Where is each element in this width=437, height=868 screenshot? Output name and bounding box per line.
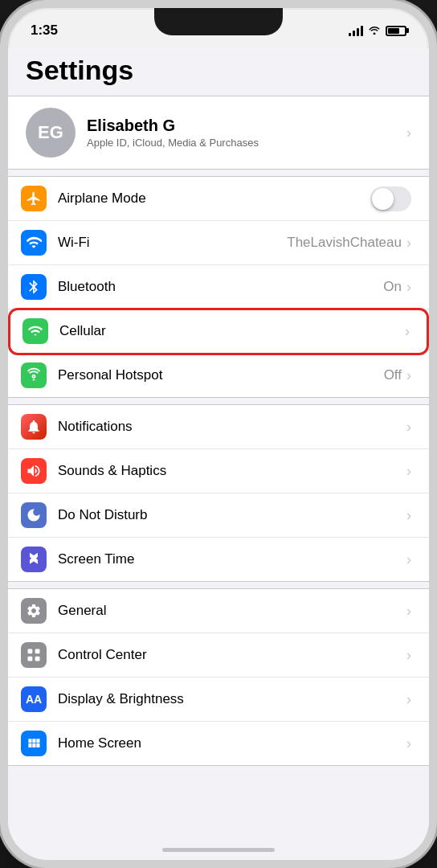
status-time: 1:35 bbox=[31, 23, 58, 39]
svg-rect-1 bbox=[35, 649, 40, 654]
status-icons bbox=[349, 24, 406, 37]
screen: Settings EG Elisabeth G Apple ID, iCloud… bbox=[8, 48, 429, 860]
general-row[interactable]: General › bbox=[8, 589, 429, 633]
do-not-disturb-icon bbox=[21, 502, 47, 528]
profile-subtitle: Apple ID, iCloud, Media & Purchases bbox=[87, 137, 259, 149]
svg-rect-0 bbox=[28, 649, 33, 654]
profile-row[interactable]: EG Elisabeth G Apple ID, iCloud, Media &… bbox=[8, 96, 429, 170]
do-not-disturb-chevron-icon: › bbox=[406, 507, 411, 524]
screen-time-label: Screen Time bbox=[58, 551, 406, 567]
screen-time-icon bbox=[21, 547, 47, 572]
notifications-section: Notifications › Sounds & Haptics › bbox=[8, 404, 429, 582]
airplane-mode-toggle[interactable] bbox=[370, 186, 411, 211]
notifications-chevron-icon: › bbox=[406, 419, 411, 436]
notifications-icon bbox=[21, 414, 47, 440]
do-not-disturb-row[interactable]: Do Not Disturb › bbox=[8, 493, 429, 538]
airplane-mode-row[interactable]: Airplane Mode bbox=[8, 177, 429, 221]
home-screen-icon bbox=[21, 731, 47, 756]
bluetooth-value: On bbox=[383, 279, 402, 295]
bluetooth-chevron-icon: › bbox=[406, 279, 411, 296]
display-icon: AA bbox=[21, 686, 47, 712]
cellular-label: Cellular bbox=[59, 323, 405, 339]
cellular-chevron-icon: › bbox=[405, 323, 410, 340]
personal-hotspot-row[interactable]: Personal Hotspot Off › bbox=[8, 354, 429, 397]
screen-time-chevron-icon: › bbox=[406, 551, 411, 568]
general-chevron-icon: › bbox=[406, 603, 411, 620]
hotspot-value: Off bbox=[384, 367, 402, 383]
control-center-icon bbox=[21, 642, 47, 668]
airplane-mode-icon bbox=[21, 186, 47, 211]
display-brightness-row[interactable]: AA Display & Brightness › bbox=[8, 678, 429, 722]
wifi-label: Wi-Fi bbox=[58, 235, 287, 251]
sounds-icon bbox=[21, 458, 47, 484]
hotspot-label: Personal Hotspot bbox=[58, 367, 384, 383]
notch bbox=[154, 8, 283, 35]
control-center-label: Control Center bbox=[58, 647, 406, 663]
airplane-mode-label: Airplane Mode bbox=[58, 190, 370, 207]
cellular-icon bbox=[22, 318, 48, 344]
phone-frame: 1:35 Settings bbox=[0, 0, 437, 868]
notifications-label: Notifications bbox=[58, 419, 406, 435]
wifi-icon bbox=[21, 230, 47, 256]
home-indicator bbox=[162, 848, 275, 852]
battery-icon bbox=[386, 26, 406, 36]
display-brightness-label: Display & Brightness bbox=[58, 691, 406, 707]
profile-name: Elisabeth G bbox=[87, 117, 259, 135]
general-icon bbox=[21, 598, 47, 624]
screen-time-row[interactable]: Screen Time › bbox=[8, 538, 429, 581]
home-screen-label: Home Screen bbox=[58, 735, 406, 751]
control-center-chevron-icon: › bbox=[406, 647, 411, 664]
display-brightness-chevron-icon: › bbox=[406, 691, 411, 708]
wifi-status-icon bbox=[368, 24, 381, 37]
sounds-chevron-icon: › bbox=[406, 463, 411, 480]
signal-bars-icon bbox=[349, 25, 363, 36]
do-not-disturb-label: Do Not Disturb bbox=[58, 507, 406, 523]
profile-chevron-icon: › bbox=[406, 125, 411, 141]
cellular-row[interactable]: Cellular › bbox=[10, 309, 427, 354]
avatar: EG bbox=[26, 108, 76, 158]
notifications-row[interactable]: Notifications › bbox=[8, 405, 429, 449]
home-screen-row[interactable]: Home Screen › bbox=[8, 722, 429, 765]
bluetooth-label: Bluetooth bbox=[58, 279, 383, 295]
wifi-chevron-icon: › bbox=[406, 235, 411, 252]
home-screen-chevron-icon: › bbox=[406, 735, 411, 752]
wifi-row[interactable]: Wi-Fi TheLavishChateau › bbox=[8, 221, 429, 265]
sounds-label: Sounds & Haptics bbox=[58, 463, 406, 479]
bluetooth-row[interactable]: Bluetooth On › bbox=[8, 265, 429, 309]
bluetooth-icon bbox=[21, 274, 47, 300]
svg-rect-3 bbox=[35, 657, 40, 661]
hotspot-chevron-icon: › bbox=[406, 367, 411, 384]
page-title: Settings bbox=[8, 48, 429, 96]
hotspot-icon bbox=[21, 362, 47, 388]
control-center-row[interactable]: Control Center › bbox=[8, 633, 429, 678]
sounds-haptics-row[interactable]: Sounds & Haptics › bbox=[8, 449, 429, 493]
svg-rect-2 bbox=[28, 657, 33, 661]
connectivity-section: Airplane Mode Wi-Fi TheLavishChateau › bbox=[8, 176, 429, 398]
general-section: General › Control Center › bbox=[8, 588, 429, 766]
general-label: General bbox=[58, 603, 406, 619]
wifi-value: TheLavishChateau bbox=[287, 235, 402, 251]
